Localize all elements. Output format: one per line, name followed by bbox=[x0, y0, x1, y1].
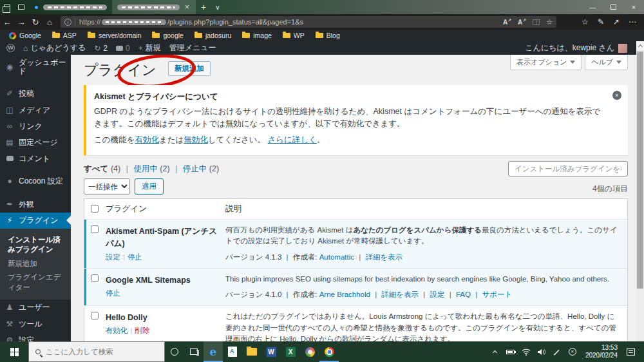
bookmark-google[interactable]: Google bbox=[9, 32, 41, 39]
start-button[interactable] bbox=[0, 341, 28, 362]
tab-preview-icon[interactable] bbox=[0, 0, 14, 14]
submenu-installed-plugins[interactable]: インストール済みプラグイン bbox=[0, 233, 71, 257]
share-icon[interactable]: ↗ bbox=[613, 17, 620, 26]
settings-action-link[interactable]: 設定 bbox=[106, 253, 120, 261]
window-minimize-button[interactable]: — bbox=[582, 0, 603, 14]
bookmark-folder-server-domain[interactable]: server/domain bbox=[88, 32, 142, 39]
refresh-icon[interactable]: ↻ bbox=[28, 17, 43, 27]
site-info-icon[interactable]: i bbox=[64, 19, 71, 26]
disable-link[interactable]: 無効化 bbox=[184, 135, 208, 144]
site-name-menu[interactable]: ⌂ じゃあどうする bbox=[23, 43, 86, 53]
details-link[interactable]: 詳細を表示 bbox=[365, 253, 402, 261]
sidebar-item-links[interactable]: ∞ リンク bbox=[0, 119, 71, 135]
learn-more-link[interactable]: さらに詳しく bbox=[268, 135, 317, 144]
author-link[interactable]: Arne Brachhold bbox=[319, 291, 370, 298]
excel-taskbar-button[interactable]: X bbox=[281, 341, 300, 362]
sidebar-item-tools[interactable]: ⚒ ツール bbox=[0, 316, 71, 332]
filter-all[interactable]: すべて bbox=[84, 164, 108, 173]
bookmark-folder-asp[interactable]: ASP bbox=[52, 32, 77, 39]
deactivate-action-link[interactable]: 停止 bbox=[128, 253, 142, 261]
search-plugins-input[interactable] bbox=[508, 161, 628, 176]
scrollbar-up-icon[interactable] bbox=[636, 41, 644, 50]
sidebar-item-media[interactable]: ◫ メディア bbox=[0, 102, 71, 119]
scrollbar-thumb[interactable] bbox=[637, 52, 643, 289]
window-close-button[interactable]: × bbox=[623, 0, 644, 14]
pen-icon[interactable] bbox=[550, 341, 564, 362]
edge-taskbar-button[interactable]: e bbox=[204, 341, 223, 362]
window-maximize-button[interactable] bbox=[603, 0, 623, 14]
home-icon[interactable]: ⌂ bbox=[43, 17, 57, 27]
filter-inactive[interactable]: 停止中 bbox=[183, 164, 207, 173]
row-checkbox[interactable] bbox=[91, 312, 99, 319]
sidebar-item-comments[interactable]: コメント bbox=[0, 151, 71, 167]
add-new-plugin-button[interactable]: 新規追加 bbox=[168, 61, 211, 76]
ink-pen-icon[interactable]: ✎ bbox=[598, 17, 604, 26]
sidebar-item-cocoon-settings[interactable]: ● Cocoon 設定 bbox=[0, 173, 71, 189]
delete-action-link[interactable]: 削除 bbox=[135, 327, 150, 334]
sidebar-item-plugins[interactable]: ⚡ プラグイン bbox=[0, 213, 71, 229]
back-icon[interactable]: ← bbox=[0, 17, 14, 27]
cortana-button[interactable] bbox=[165, 341, 184, 362]
comments-menu[interactable]: 0 bbox=[116, 44, 130, 53]
word-taskbar-button[interactable]: W bbox=[261, 341, 281, 362]
wifi-icon[interactable] bbox=[519, 341, 533, 362]
read-aloud-icon[interactable]: A↗ bbox=[503, 18, 511, 26]
new-tab-button[interactable]: + bbox=[196, 2, 211, 12]
status-circle-x-icon[interactable]: × bbox=[565, 341, 580, 362]
task-view-button[interactable] bbox=[184, 341, 204, 362]
select-all-checkbox[interactable] bbox=[91, 205, 99, 213]
chrome-taskbar-button[interactable] bbox=[319, 341, 339, 362]
settings-ellipsis-icon[interactable]: ⋯ bbox=[629, 17, 636, 26]
screen-options-button[interactable]: 表示オプション bbox=[510, 55, 582, 70]
sidebar-item-posts[interactable]: ✐ 投稿 bbox=[0, 86, 71, 102]
taskbar-search-input[interactable] bbox=[46, 348, 149, 356]
tray-chevron-up-icon[interactable] bbox=[488, 341, 502, 362]
page-scrollbar[interactable] bbox=[636, 41, 644, 341]
author-link[interactable]: Automattic bbox=[319, 253, 354, 261]
submenu-plugin-editor[interactable]: プラグインエディター bbox=[0, 271, 71, 294]
add-favorite-star-icon[interactable]: ☆ bbox=[546, 18, 553, 26]
enable-link[interactable]: 有効化 bbox=[135, 135, 159, 144]
text-tools-icon[interactable]: A↗ bbox=[518, 18, 526, 26]
action-center-icon[interactable] bbox=[623, 341, 638, 362]
filter-active[interactable]: 使用中 bbox=[133, 164, 158, 173]
row-checkbox[interactable] bbox=[91, 274, 99, 282]
wp-logo-menu[interactable]: W bbox=[6, 44, 15, 52]
howdy-greeting[interactable]: こんにちは、kewpie さん bbox=[525, 43, 614, 53]
settings-link[interactable]: 設定 bbox=[430, 291, 445, 298]
bookmark-folder-jadosuru[interactable]: jadosuru bbox=[194, 32, 231, 39]
battery-icon[interactable] bbox=[504, 341, 518, 362]
bookmark-folder-google[interactable]: google bbox=[152, 32, 184, 39]
tab-dropdown-icon[interactable]: ∨ bbox=[211, 4, 223, 11]
file-explorer-taskbar-button[interactable] bbox=[242, 341, 261, 362]
bookmark-folder-blog[interactable]: Blog bbox=[316, 32, 340, 39]
help-button[interactable]: ヘルプ bbox=[585, 55, 628, 70]
paint-taskbar-button[interactable] bbox=[300, 341, 319, 362]
favorites-hub-icon[interactable]: ☆ bbox=[582, 17, 589, 26]
forward-icon[interactable]: → bbox=[14, 17, 28, 27]
sidebar-item-users[interactable]: ♟ ユーザー bbox=[0, 300, 71, 316]
new-content-menu[interactable]: + 新規 bbox=[138, 43, 161, 53]
activate-action-link[interactable]: 有効化 bbox=[106, 327, 128, 334]
sidebar-item-dashboard[interactable]: ◉ ダッシュボード bbox=[0, 55, 71, 79]
dismiss-notice-icon[interactable]: × bbox=[612, 91, 621, 100]
reading-view-icon[interactable] bbox=[533, 19, 540, 25]
sidebar-item-appearance[interactable]: ✒ 外観 bbox=[0, 196, 71, 213]
bulk-action-select[interactable]: 一括操作 bbox=[84, 178, 130, 195]
sidebar-item-pages[interactable]: ▤ 固定ページ bbox=[0, 135, 71, 151]
faq-link[interactable]: FAQ bbox=[456, 291, 471, 298]
deactivate-action-link[interactable]: 停止 bbox=[106, 289, 120, 297]
browser-tab-2[interactable]: × bbox=[112, 0, 196, 14]
tab-close-icon[interactable]: × bbox=[184, 3, 191, 12]
browser-tab-1[interactable] bbox=[28, 0, 112, 14]
taskbar-search[interactable] bbox=[28, 341, 165, 362]
text-editor-taskbar-button[interactable] bbox=[223, 341, 242, 362]
admin-menu-item[interactable]: 管理メニュー bbox=[169, 43, 216, 53]
apply-button[interactable]: 適用 bbox=[135, 178, 164, 195]
speaker-icon[interactable] bbox=[535, 341, 549, 362]
updates-menu[interactable]: ↻ 2 bbox=[94, 44, 108, 53]
support-link[interactable]: サポート bbox=[482, 291, 512, 298]
row-checkbox[interactable] bbox=[91, 225, 99, 233]
taskbar-clock[interactable]: 13:53 2020/02/24 bbox=[581, 344, 622, 360]
bookmark-folder-image[interactable]: image bbox=[242, 32, 272, 39]
